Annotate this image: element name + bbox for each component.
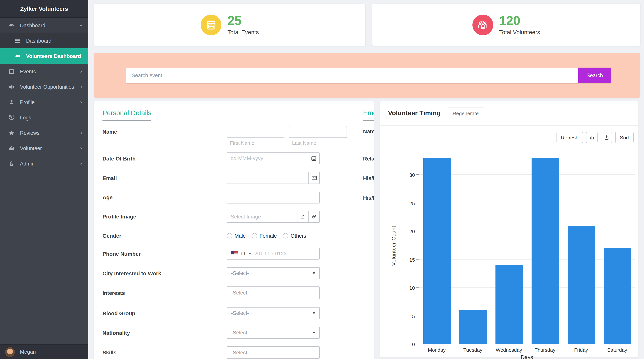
blood-group-select[interactable]: -Select-	[227, 307, 320, 319]
search-button[interactable]: Search	[578, 68, 611, 83]
chart-yticks: 051015202530	[401, 147, 416, 344]
country-code-selector[interactable]: +1	[227, 251, 251, 256]
skills-label: Skills	[102, 349, 218, 355]
x-tick-label: Tuesday	[455, 347, 491, 353]
envelope-icon	[308, 172, 319, 184]
user-icon	[8, 99, 15, 105]
sidebar-item-volunteer-opportunities[interactable]: Volunteer Opportunities	[0, 79, 88, 95]
age-input[interactable]	[227, 192, 319, 203]
upload-icon[interactable]	[297, 211, 308, 222]
nationality-select[interactable]: -Select-	[227, 327, 320, 339]
megaphone-icon	[8, 84, 15, 90]
name-label: Name	[102, 129, 218, 135]
sidebar-item-reviews[interactable]: Reviews	[0, 125, 88, 141]
emergency-section-title: Emer	[363, 109, 374, 121]
gauge-icon	[14, 53, 21, 59]
gridline	[419, 315, 635, 316]
chart-plot	[419, 147, 635, 344]
y-tick-label: 5	[412, 313, 415, 319]
gender-radio-others[interactable]: Others	[283, 233, 306, 239]
total-events-card: 25 Total Events	[94, 4, 365, 46]
gender-label: Gender	[102, 233, 218, 239]
page: Zylker Volunteers Dashboard Dashboard Vo…	[0, 0, 644, 359]
chevron-right-icon	[80, 100, 83, 104]
sidebar-item-admin[interactable]: Admin	[0, 156, 88, 171]
export-icon[interactable]	[601, 132, 612, 143]
gridline	[419, 287, 635, 288]
sidebar-item-profile[interactable]: Profile	[0, 95, 88, 110]
history-icon	[8, 114, 15, 121]
y-tick-label: 10	[409, 285, 415, 291]
chevron-right-icon	[80, 70, 83, 73]
chevron-right-icon	[80, 85, 83, 89]
skills-select[interactable]: -Select-	[227, 346, 320, 358]
sidebar-item-events[interactable]: Events	[0, 64, 88, 79]
user-menu[interactable]: Megan	[0, 344, 88, 359]
emergency-hisher-label-2: His/He	[363, 195, 374, 201]
radio-icon	[283, 233, 288, 238]
sidebar: Zylker Volunteers Dashboard Dashboard Vo…	[0, 0, 88, 359]
bar-friday	[568, 226, 595, 344]
sidebar-item-dashboard-parent[interactable]: Dashboard	[0, 18, 88, 33]
sort-button[interactable]: Sort	[615, 132, 634, 143]
gridline	[419, 175, 635, 175]
sidebar-item-volunteer[interactable]: Volunteer	[0, 141, 88, 156]
y-tick-mark	[416, 231, 419, 231]
sidebar-item-label: Events	[20, 69, 36, 74]
bar-wednesday	[496, 265, 523, 344]
x-tick-label: Thursday	[527, 347, 563, 353]
radio-icon	[252, 233, 257, 238]
calendar-icon[interactable]	[308, 153, 319, 164]
regenerate-button[interactable]: Regenerate	[447, 107, 484, 119]
total-volunteers-card: 120 Total Volunteers	[372, 4, 640, 46]
sidebar-item-label: Volunteer	[20, 145, 42, 151]
y-tick-label: 20	[409, 229, 415, 235]
gridline	[419, 203, 635, 203]
y-tick-label: 25	[409, 201, 415, 206]
total-volunteers-value: 120	[499, 14, 540, 27]
refresh-button[interactable]: Refresh	[556, 132, 583, 143]
sidebar-item-logs[interactable]: Logs	[0, 110, 88, 125]
dob-input[interactable]	[227, 153, 308, 164]
chevron-right-icon	[80, 162, 83, 165]
city-label: City Interested to Work	[102, 270, 218, 276]
blood-group-label: Blood Group	[102, 310, 218, 316]
x-tick-label: Monday	[419, 347, 455, 353]
menu-lines-icon	[14, 38, 21, 44]
link-icon[interactable]	[308, 211, 319, 222]
profile-image-label: Profile Image	[102, 213, 218, 220]
chevron-down-icon	[249, 253, 251, 254]
sidebar-item-dashboard[interactable]: Dashboard	[0, 33, 88, 48]
search-banner: Search	[94, 53, 640, 98]
dob-label: Date Of Birth	[102, 155, 218, 161]
radio-icon	[227, 233, 232, 238]
gender-radio-female[interactable]: Female	[252, 233, 277, 239]
user-name: Megan	[20, 349, 36, 355]
sidebar-item-volunteers-dashboard[interactable]: Volunteers Dashboard	[0, 48, 88, 64]
search-input[interactable]	[126, 68, 578, 83]
sidebar-item-label: Admin	[20, 161, 35, 166]
x-tick-label: Friday	[563, 347, 599, 353]
y-tick-mark	[416, 175, 419, 175]
profile-image-input[interactable]	[227, 211, 297, 222]
emergency-relation-label: Relatio	[363, 156, 374, 162]
city-select[interactable]: -Select-	[227, 267, 320, 279]
last-name-input[interactable]	[290, 126, 346, 137]
unlock-icon	[8, 160, 15, 167]
bar-thursday	[532, 158, 559, 344]
chevron-right-icon	[80, 131, 83, 135]
bar-chart-icon[interactable]	[586, 132, 598, 143]
gridline	[419, 259, 635, 259]
interests-select[interactable]: -Select-	[227, 286, 320, 299]
phone-input[interactable]	[251, 248, 319, 259]
personal-details-title: Personal Details	[102, 109, 152, 121]
us-flag-icon	[231, 251, 238, 256]
gender-radio-male[interactable]: Male	[227, 233, 246, 239]
last-name-hint: Last Name	[289, 140, 316, 146]
personal-details-card: Personal Details Name First Name Last Na…	[94, 101, 374, 359]
calendar-icon	[8, 68, 15, 75]
first-name-input[interactable]	[227, 126, 284, 137]
email-input[interactable]	[227, 172, 308, 184]
y-tick-mark	[416, 259, 419, 259]
chart-title: Volunteer Timing	[388, 109, 441, 117]
